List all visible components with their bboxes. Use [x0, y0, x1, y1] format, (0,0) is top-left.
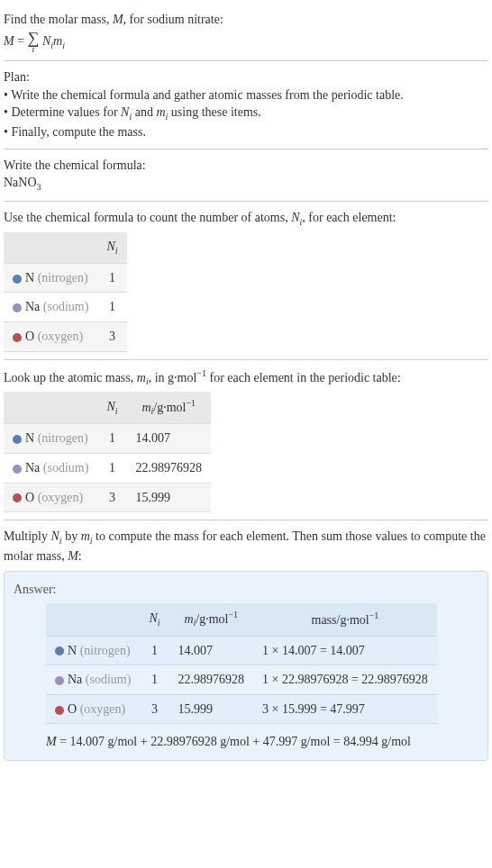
m-cell: 22.98976928 [169, 665, 254, 695]
table-row: Na (sodium) 1 22.98976928 [4, 454, 211, 484]
table-row: N (nitrogen) 1 14.007 1 × 14.007 = 14.00… [46, 636, 437, 665]
element-cell: O (oxygen) [4, 483, 97, 512]
intro-text-end: , for sodium nitrate: [123, 13, 223, 26]
table-row: N (nitrogen) 1 [4, 263, 127, 293]
element-cell: O (oxygen) [4, 321, 97, 351]
plan-item-3: Finally, compute the mass. [4, 123, 488, 141]
plan-item-2: Determine values for Ni and mi using the… [4, 104, 488, 123]
element-cell: N (nitrogen) [46, 636, 140, 665]
plan-section: Plan: Write the chemical formula and gat… [4, 61, 488, 149]
count-table: Ni N (nitrogen) 1 Na (sodium) 1 O (oxyge… [4, 232, 127, 352]
header-N: Ni [140, 603, 169, 636]
chem-formula-title: Write the chemical formula: [4, 157, 488, 175]
table-row: Na (sodium) 1 [4, 293, 127, 322]
element-dot-icon [13, 435, 22, 444]
header-N: Ni [97, 232, 126, 263]
element-cell: O (oxygen) [46, 694, 140, 724]
answer-label: Answer: [14, 581, 478, 599]
table-row: O (oxygen) 3 15.999 3 × 15.999 = 47.997 [46, 694, 437, 724]
element-dot-icon [55, 676, 64, 685]
count-intro: Use the chemical formula to count the nu… [4, 209, 488, 229]
table-header-row: Ni mi/g·mol−1 mass/g·mol−1 [46, 603, 437, 636]
element-dot-icon [13, 333, 22, 342]
n-cell: 1 [140, 636, 169, 665]
term-N: N [42, 34, 50, 48]
n-cell: 1 [97, 263, 126, 293]
element-cell: N (nitrogen) [4, 263, 97, 293]
element-dot-icon [55, 706, 64, 715]
intro-text: Find the molar mass, [4, 13, 113, 26]
molar-mass-formula: M = ∑i Nimi [4, 31, 488, 54]
answer-block: Answer: Ni mi/g·mol−1 mass/g·mol−1 N (ni… [4, 571, 488, 761]
answer-table: Ni mi/g·mol−1 mass/g·mol−1 N (nitrogen) … [46, 603, 437, 724]
intro-section: Find the molar mass, M, for sodium nitra… [4, 4, 488, 61]
header-empty [46, 603, 140, 636]
n-cell: 3 [97, 483, 126, 512]
n-cell: 3 [97, 321, 126, 351]
calc-cell: 1 × 22.98976928 = 22.98976928 [253, 665, 437, 695]
table-header-row: Ni [4, 232, 127, 263]
mass-table: Ni mi/g·mol−1 N (nitrogen) 1 14.007 Na (… [4, 392, 211, 512]
element-cell: N (nitrogen) [4, 424, 97, 454]
element-cell: Na (sodium) [4, 454, 97, 484]
m-cell: 15.999 [127, 483, 212, 512]
final-equation: M = 14.007 g/mol + 22.98976928 g/mol + 4… [46, 733, 478, 751]
element-dot-icon [13, 275, 22, 284]
header-m: mi/g·mol−1 [127, 392, 212, 424]
chem-formula-section: Write the chemical formula: NaNO3 [4, 149, 488, 202]
element-dot-icon [13, 465, 22, 474]
mass-section: Look up the atomic mass, mi, in g·mol−1 … [4, 360, 488, 521]
plan-list: Write the chemical formula and gather at… [4, 86, 488, 141]
count-section: Use the chemical formula to count the nu… [4, 202, 488, 359]
eq-sign: = [14, 34, 28, 48]
sub-i-2: i [62, 40, 65, 50]
intro-line: Find the molar mass, M, for sodium nitra… [4, 11, 488, 29]
m-cell: 15.999 [169, 694, 254, 724]
plan-title: Plan: [4, 68, 488, 86]
multiply-intro: Multiply Ni by mi to compute the mass fo… [4, 528, 488, 565]
element-cell: Na (sodium) [4, 293, 97, 322]
n-cell: 1 [140, 665, 169, 695]
chem-formula: NaNO3 [4, 174, 488, 194]
table-row: O (oxygen) 3 15.999 [4, 483, 211, 512]
mass-intro: Look up the atomic mass, mi, in g·mol−1 … [4, 367, 488, 388]
table-row: Na (sodium) 1 22.98976928 1 × 22.9897692… [46, 665, 437, 695]
header-N: Ni [97, 392, 126, 424]
plan-item-1: Write the chemical formula and gather at… [4, 86, 488, 104]
n-cell: 1 [97, 424, 126, 454]
header-m: mi/g·mol−1 [169, 603, 254, 636]
table-header-row: Ni mi/g·mol−1 [4, 392, 211, 424]
m-cell: 14.007 [169, 636, 254, 665]
header-empty [4, 232, 97, 263]
element-dot-icon [13, 303, 22, 312]
element-dot-icon [13, 493, 22, 502]
sigma-symbol: ∑i [28, 31, 40, 54]
calc-cell: 1 × 14.007 = 14.007 [253, 636, 437, 665]
n-cell: 1 [97, 454, 126, 484]
answer-inner: Ni mi/g·mol−1 mass/g·mol−1 N (nitrogen) … [14, 603, 478, 751]
element-dot-icon [55, 646, 64, 656]
n-cell: 3 [140, 694, 169, 724]
multiply-section: Multiply Ni by mi to compute the mass fo… [4, 520, 488, 768]
m-cell: 14.007 [127, 424, 212, 454]
calc-cell: 3 × 15.999 = 47.997 [253, 694, 437, 724]
m-cell: 22.98976928 [127, 454, 212, 484]
term-m: m [53, 34, 62, 48]
header-empty [4, 392, 97, 424]
table-row: O (oxygen) 3 [4, 321, 127, 351]
table-row: N (nitrogen) 1 14.007 [4, 424, 211, 454]
var-M: M [113, 13, 123, 26]
header-mass: mass/g·mol−1 [253, 603, 437, 636]
n-cell: 1 [97, 293, 126, 322]
element-cell: Na (sodium) [46, 665, 140, 695]
eq-lhs: M [4, 34, 14, 48]
